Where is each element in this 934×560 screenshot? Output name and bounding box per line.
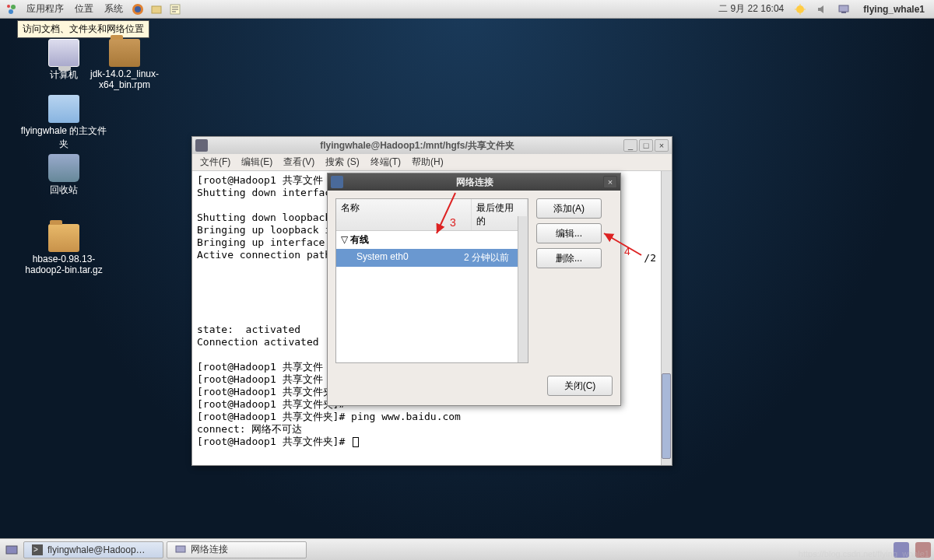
desktop-icon-hbase[interactable]: hbase-0.98.13-hadoop2-bin.tar.gz <box>17 224 111 275</box>
menu-edit[interactable]: 编辑(E) <box>237 154 277 170</box>
cursor <box>353 437 359 447</box>
close-button[interactable]: × <box>655 139 669 152</box>
edit-button[interactable]: 编辑... <box>536 223 602 243</box>
terminal-task-icon: > <box>30 543 44 557</box>
dialog-title: 网络连接 <box>346 176 603 189</box>
wired-group[interactable]: ▽ 有线 <box>336 231 528 249</box>
text-editor-icon[interactable] <box>168 2 182 16</box>
svg-point-0 <box>7 5 10 8</box>
network-settings-icon <box>331 176 343 188</box>
maximize-button[interactable]: □ <box>639 139 653 152</box>
svg-text:>: > <box>33 545 38 554</box>
annotation-label-4: 4 <box>624 245 630 257</box>
svg-point-2 <box>9 9 13 14</box>
icon-label: hbase-0.98.13-hadoop2-bin.tar.gz <box>17 254 111 275</box>
network-icon[interactable] <box>837 2 851 16</box>
user-menu[interactable]: flying_whale1 <box>857 4 931 15</box>
svg-point-4 <box>135 6 141 12</box>
list-scrollbar[interactable] <box>518 216 528 362</box>
menu-places[interactable]: 位置 <box>70 1 98 17</box>
minimize-button[interactable]: _ <box>623 139 637 152</box>
gnome-foot-icon <box>5 2 19 16</box>
close-dialog-button[interactable]: 关闭(C) <box>547 376 613 396</box>
connection-item-selected[interactable]: System eth0 2 分钟以前 <box>336 249 528 267</box>
menu-view[interactable]: 查看(V) <box>279 154 319 170</box>
terminal-menubar: 文件(F) 编辑(E) 查看(V) 搜索 (S) 终端(T) 帮助(H) <box>192 154 672 171</box>
menu-file[interactable]: 文件(F) <box>195 154 235 170</box>
connection-last-used: 2 分钟以前 <box>464 251 523 264</box>
icon-label: 回收站 <box>17 184 111 197</box>
svg-rect-5 <box>152 6 161 13</box>
delete-button[interactable]: 删除... <box>536 248 602 268</box>
svg-rect-15 <box>176 546 185 552</box>
connection-name: System eth0 <box>341 251 464 264</box>
terminal-icon <box>195 139 208 152</box>
svg-rect-9 <box>841 12 846 13</box>
dialog-titlebar[interactable]: 网络连接 × <box>328 173 620 191</box>
dialog-close-button[interactable]: × <box>603 176 617 188</box>
top-panel: 应用程序 位置 系统 二 9月 22 16:04 flying_whale1 <box>0 0 934 19</box>
connection-list[interactable]: 名称 最后使用的 ▽ 有线 System eth0 2 分钟以前 <box>335 198 528 363</box>
bottom-panel: > flyingwhale@Hadoop… 网络连接 <box>0 538 934 560</box>
terminal-titlebar[interactable]: flyingwhale@Hadoop1:/mnt/hgfs/共享文件夹 _ □ … <box>192 137 672 154</box>
menu-applications[interactable]: 应用程序 <box>22 1 68 17</box>
svg-point-7 <box>796 5 804 13</box>
weather-icon[interactable] <box>793 2 807 16</box>
task-network[interactable]: 网络连接 <box>167 541 307 558</box>
archive-icon <box>48 224 79 252</box>
task-label: 网络连接 <box>191 543 228 556</box>
terminal-scrollbar[interactable] <box>661 171 672 465</box>
menu-help[interactable]: 帮助(H) <box>407 154 448 170</box>
add-button[interactable]: 添加(A) <box>536 198 602 219</box>
menu-search[interactable]: 搜索 (S) <box>321 154 363 170</box>
icon-label: jdk-14.0.2_linux-x64_bin.rpm <box>78 68 171 90</box>
desktop-icon-home[interactable]: flyingwhale 的主文件夹 <box>17 95 111 151</box>
terminal-fragment: /2 <box>644 252 656 264</box>
desktop-icon-trash[interactable]: 回收站 <box>17 154 111 197</box>
task-label: flyingwhale@Hadoop… <box>47 544 146 555</box>
svg-rect-12 <box>6 546 17 554</box>
svg-point-1 <box>11 5 16 9</box>
annotation-label-3: 3 <box>450 216 456 229</box>
trash-icon <box>48 154 79 182</box>
show-desktop-icon[interactable] <box>5 543 19 557</box>
task-terminal[interactable]: > flyingwhale@Hadoop… <box>23 541 163 558</box>
list-header: 名称 最后使用的 <box>336 199 528 231</box>
network-task-icon <box>174 543 188 557</box>
clock[interactable]: 二 9月 22 16:04 <box>715 2 787 16</box>
firefox-icon[interactable] <box>131 2 145 16</box>
desktop-icon-jdk[interactable]: jdk-14.0.2_linux-x64_bin.rpm <box>78 39 171 90</box>
network-dialog: 网络连接 × 名称 最后使用的 ▽ 有线 System eth0 2 分钟以前 … <box>327 173 621 406</box>
terminal-title: flyingwhale@Hadoop1:/mnt/hgfs/共享文件夹 <box>211 139 623 152</box>
menu-terminal[interactable]: 终端(T) <box>366 154 406 170</box>
menu-system[interactable]: 系统 <box>100 1 128 17</box>
places-tooltip: 访问文档、文件夹和网络位置 <box>17 20 149 38</box>
volume-icon[interactable] <box>815 2 829 16</box>
package-icon <box>109 39 140 67</box>
computer-icon <box>48 39 79 67</box>
svg-rect-8 <box>839 5 848 12</box>
home-folder-icon <box>48 95 79 123</box>
file-manager-icon[interactable] <box>149 2 163 16</box>
watermark: https://blog.csdn.net/flying_whale1 <box>799 549 929 558</box>
scroll-thumb[interactable] <box>662 373 671 459</box>
icon-label: flyingwhale 的主文件夹 <box>17 124 111 151</box>
